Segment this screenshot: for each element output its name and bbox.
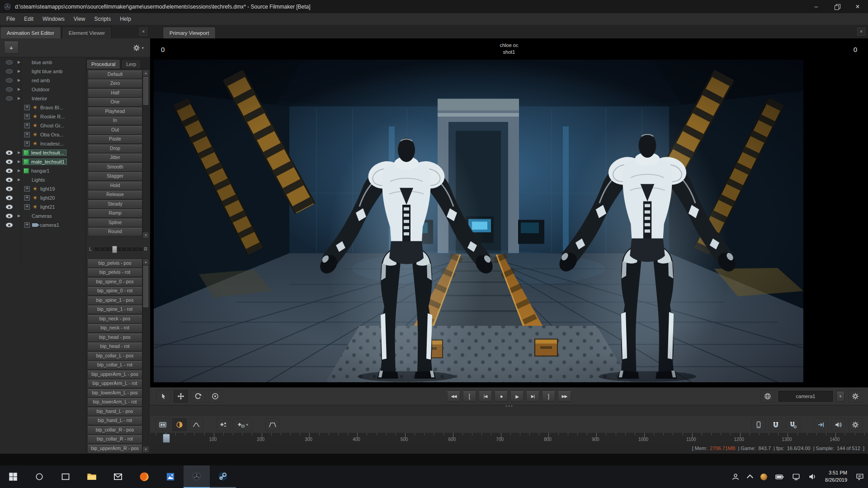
viewport-settings-button[interactable] <box>848 390 863 403</box>
preset-button[interactable]: Smooth <box>88 163 142 172</box>
playback-button[interactable]: ▶ <box>510 391 524 402</box>
expander-icon[interactable]: ▶ <box>16 168 22 174</box>
task-view-button[interactable] <box>52 465 79 488</box>
preset-scrollbar[interactable]: ▲ ▼ <box>142 70 149 239</box>
tree-item[interactable]: + ☀ Incadesc... <box>0 139 85 148</box>
tab-animation-set-editor[interactable]: Animation Set Editor <box>0 27 61 38</box>
preset-button[interactable]: Playhead <box>88 108 142 116</box>
cortana-button[interactable] <box>26 465 52 488</box>
visibility-eye-icon[interactable] <box>6 205 13 209</box>
expander-icon[interactable]: ▶ <box>16 69 22 74</box>
minimize-button[interactable]: – <box>806 0 826 13</box>
preset-button[interactable]: bip_collar_R - rot <box>87 435 142 444</box>
select-tool-button[interactable] <box>156 390 171 403</box>
playback-button[interactable]: ◀◀ <box>447 391 461 402</box>
viewport-3d-render[interactable] <box>154 60 803 382</box>
preset-button[interactable]: Out <box>88 126 142 135</box>
tree-item[interactable]: + camera1 <box>0 221 85 230</box>
tree-item-body[interactable]: Lights <box>23 177 47 183</box>
preset-button[interactable]: Jitter <box>88 154 142 162</box>
visibility-eye-icon[interactable] <box>6 160 13 164</box>
timeline-ruler[interactable]: 1002003004005006007008009001000110012001… <box>150 433 868 443</box>
panel-options[interactable]: ▾ <box>133 44 144 52</box>
tree-item[interactable]: + ☀ light20 <box>0 193 85 202</box>
preset-button[interactable]: bip_upperArm_L - pos <box>87 371 142 379</box>
jump-playhead-button[interactable] <box>814 418 828 431</box>
tree-item-body[interactable]: ☀ light21 <box>31 204 57 210</box>
preset-button[interactable]: Default <box>88 70 142 79</box>
preset-button[interactable]: bip_pelvis - rot <box>87 268 142 277</box>
playback-button[interactable]: |◀ <box>479 391 492 402</box>
preset-button[interactable]: Paste <box>88 135 142 144</box>
visibility-eye-icon[interactable] <box>6 214 13 218</box>
preset-button[interactable]: bip_neck - rot <box>87 324 142 333</box>
clip-editor-button[interactable] <box>156 418 170 431</box>
tab-primary-viewport[interactable]: Primary Viewport <box>163 27 216 38</box>
camera-selector[interactable]: camera1 <box>778 391 833 402</box>
preset-button[interactable]: bip_spine_0 - pos <box>87 278 142 286</box>
add-clip-button[interactable]: ▾ <box>233 418 253 431</box>
expander-icon[interactable]: + <box>24 204 30 210</box>
expander-icon[interactable]: ▶ <box>16 87 22 92</box>
menu-item[interactable]: Windows <box>38 13 69 25</box>
tree-item[interactable]: ▶ Interior <box>0 94 85 103</box>
snap-button[interactable] <box>769 418 783 431</box>
preset-button[interactable]: bip_head - pos <box>87 333 142 342</box>
close-button[interactable]: × <box>847 0 868 13</box>
tree-item[interactable]: ▶ male_techsuit1 <box>0 157 85 166</box>
playback-button[interactable]: ▶| <box>526 391 540 402</box>
expander-icon[interactable]: + <box>24 105 30 110</box>
expander-icon[interactable]: ▶ <box>16 96 22 101</box>
visibility-eye-icon[interactable] <box>6 60 13 65</box>
tree-item-body[interactable]: Cameras <box>23 213 54 219</box>
playback-button[interactable]: ] <box>542 391 556 402</box>
tree-item[interactable]: ▶ light blue amb <box>0 67 85 76</box>
tray-app-button[interactable] <box>756 465 771 488</box>
preset-button[interactable]: bip_spine_1 - rot <box>87 305 142 314</box>
preset-button[interactable]: bip_collar_L - pos <box>87 352 142 361</box>
menu-item[interactable]: Scripts <box>90 13 116 25</box>
preset-button[interactable]: bip_head - rot <box>87 343 142 351</box>
scroll-down-icon[interactable]: ▼ <box>143 446 149 452</box>
preset-button[interactable]: bip_upperArm_R - pos <box>87 445 142 453</box>
firefox-button[interactable] <box>131 465 157 488</box>
tab-element-viewer[interactable]: Element Viewer <box>62 27 112 38</box>
preset-button[interactable]: bip_lowerArm_L - pos <box>87 389 142 398</box>
expander-icon[interactable]: ▶ <box>16 213 22 219</box>
expander-icon[interactable]: + <box>24 114 30 119</box>
preset-button[interactable]: Round <box>88 228 142 236</box>
menu-item[interactable]: Edit <box>19 13 38 25</box>
menu-item[interactable]: File <box>2 13 19 25</box>
camera-selector-dropdown[interactable]: ▾ <box>836 391 844 402</box>
tab-lerp[interactable]: Lerp <box>121 59 141 69</box>
tree-item-body[interactable]: ☀ Bravo Bl... <box>31 104 66 111</box>
tree-item-body[interactable]: ☀ Oba Ora... <box>31 131 66 138</box>
tab-procedural[interactable]: Procedural <box>86 59 120 69</box>
preset-button[interactable]: Half <box>88 89 142 98</box>
file-explorer-button[interactable] <box>79 465 105 488</box>
tree-item-body[interactable]: ☀ light19 <box>31 186 57 192</box>
scrollbar-thumb[interactable] <box>143 77 148 105</box>
preset-button[interactable]: bip_pelvis - pos <box>87 259 142 268</box>
preset-button[interactable]: Hold <box>88 182 142 190</box>
expander-icon[interactable]: + <box>24 186 30 192</box>
network-button[interactable] <box>788 465 804 488</box>
motion-editor-button[interactable] <box>172 418 187 431</box>
visibility-eye-icon[interactable] <box>6 78 13 83</box>
expander-icon[interactable]: ▶ <box>16 177 22 183</box>
playback-button[interactable]: [ <box>463 391 476 402</box>
tree-item-body[interactable]: ☀ Rookie R... <box>31 113 67 120</box>
playback-button[interactable]: ● <box>495 391 508 402</box>
preset-button[interactable]: bip_spine_1 - pos <box>87 296 142 305</box>
menu-item[interactable]: View <box>69 13 90 25</box>
expander-icon[interactable]: + <box>24 123 30 128</box>
visibility-eye-icon[interactable] <box>6 178 13 182</box>
tree-item[interactable]: ▶ red amb <box>0 76 85 85</box>
add-animation-set-button[interactable]: + <box>4 42 19 54</box>
visibility-eye-icon[interactable] <box>6 150 13 155</box>
bone-scrollbar[interactable]: ▲ ▼ <box>142 258 149 453</box>
action-center-button[interactable] <box>852 465 868 488</box>
audio-button[interactable] <box>831 418 845 431</box>
visibility-eye-icon[interactable] <box>6 96 13 101</box>
playback-button[interactable]: ▶▶ <box>558 391 571 402</box>
